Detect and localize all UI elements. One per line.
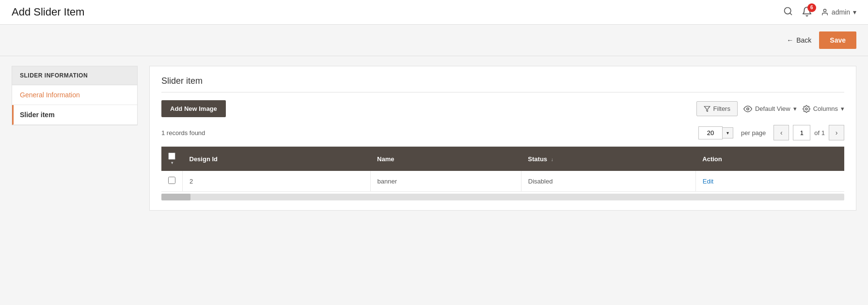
default-view-button[interactable]: Default View ▾ xyxy=(743,105,797,113)
svg-marker-3 xyxy=(704,106,710,111)
notification-bell[interactable]: 6 xyxy=(802,6,812,18)
top-header: Add Slider Item 6 admin ▾ xyxy=(0,0,868,25)
table-toolbar: Add New Image Filters Default View ▾ xyxy=(161,100,844,117)
back-arrow-icon: ← xyxy=(787,36,793,44)
th-action: Action xyxy=(695,147,844,171)
select-all-checkbox[interactable] xyxy=(168,152,175,160)
th-design-id: Design Id xyxy=(183,147,371,171)
per-page-input[interactable] xyxy=(698,126,723,139)
page-number-input[interactable] xyxy=(793,125,810,140)
search-icon[interactable] xyxy=(783,6,793,18)
admin-chevron-icon: ▾ xyxy=(853,8,856,16)
svg-point-2 xyxy=(823,9,826,12)
page-title: Add Slider Item xyxy=(12,6,84,18)
prev-page-button[interactable]: ‹ xyxy=(773,125,789,140)
per-page-dropdown-arrow[interactable]: ▾ xyxy=(723,127,733,138)
add-new-image-button[interactable]: Add New Image xyxy=(161,100,226,117)
per-page-label: per page xyxy=(741,129,766,137)
svg-line-1 xyxy=(790,13,792,15)
main-content: SLIDER INFORMATION General Information S… xyxy=(0,56,868,220)
checkbox-dropdown-icon[interactable]: ▾ xyxy=(171,161,173,165)
back-button[interactable]: ← Back xyxy=(787,36,811,44)
save-button[interactable]: Save xyxy=(819,31,856,49)
sidebar: SLIDER INFORMATION General Information S… xyxy=(12,66,138,125)
scrollbar-thumb[interactable] xyxy=(161,194,190,200)
eye-icon xyxy=(743,105,752,113)
td-name: banner xyxy=(370,171,521,192)
th-status: Status ↓ xyxy=(521,147,695,171)
td-action: Edit xyxy=(695,171,844,192)
svg-point-4 xyxy=(747,107,749,110)
admin-user-menu[interactable]: admin ▾ xyxy=(821,8,856,16)
next-page-button[interactable]: › xyxy=(829,125,844,140)
columns-button[interactable]: Columns ▾ xyxy=(803,105,844,113)
header-right: 6 admin ▾ xyxy=(783,6,856,18)
table-scroll-area: ▾ Design Id Name Status ↓ xyxy=(161,146,844,200)
notification-badge: 6 xyxy=(807,3,816,12)
admin-label: admin xyxy=(832,8,850,16)
row-checkbox[interactable] xyxy=(168,177,175,184)
toolbar-right: Filters Default View ▾ Columns ▾ xyxy=(696,101,844,116)
table-row: 2 banner Disabled Edit xyxy=(161,171,844,192)
gear-icon xyxy=(803,105,810,113)
page-of-label: of 1 xyxy=(814,129,825,137)
view-chevron-icon: ▾ xyxy=(793,105,797,112)
sidebar-item-general-information[interactable]: General Information xyxy=(12,85,137,105)
columns-chevron-icon: ▾ xyxy=(841,105,844,112)
svg-point-5 xyxy=(805,108,807,110)
th-checkbox: ▾ xyxy=(161,147,183,171)
content-panel: Slider item Add New Image Filters Defaul… xyxy=(149,66,856,211)
table-header-row: ▾ Design Id Name Status ↓ xyxy=(161,147,844,171)
th-name: Name xyxy=(370,147,521,171)
per-page-select[interactable]: ▾ xyxy=(698,126,733,139)
action-bar: ← Back Save xyxy=(0,25,868,56)
records-found: 1 records found xyxy=(161,129,205,137)
td-status: Disabled xyxy=(521,171,695,192)
user-icon xyxy=(821,8,829,16)
pagination-controls: ▾ per page ‹ of 1 › xyxy=(698,125,844,140)
sidebar-section-title: SLIDER INFORMATION xyxy=(12,66,137,85)
edit-link[interactable]: Edit xyxy=(703,178,713,185)
sidebar-item-slider-item[interactable]: Slider item xyxy=(12,105,137,125)
td-checkbox xyxy=(161,171,183,192)
horizontal-scrollbar[interactable] xyxy=(161,194,844,200)
data-table: ▾ Design Id Name Status ↓ xyxy=(161,147,844,192)
content-panel-title: Slider item xyxy=(161,76,844,92)
td-design-id: 2 xyxy=(183,171,371,192)
pagination-row: 1 records found ▾ per page ‹ of 1 › xyxy=(161,125,844,140)
status-sort-icon: ↓ xyxy=(551,157,553,162)
filters-button[interactable]: Filters xyxy=(696,101,738,116)
filter-icon xyxy=(704,106,710,112)
